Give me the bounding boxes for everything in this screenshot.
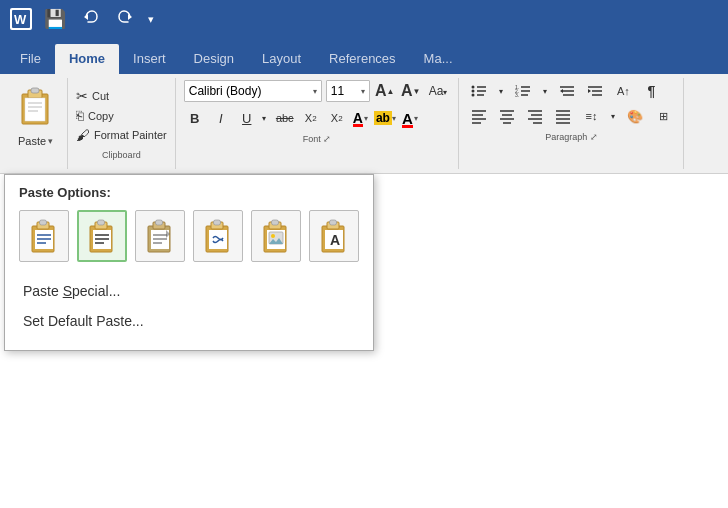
borders-button[interactable]: ⊞ — [651, 105, 675, 127]
justify-button[interactable] — [551, 105, 575, 127]
clipboard-section-label: Clipboard — [74, 150, 169, 160]
font-size-chevron: ▾ — [361, 87, 365, 96]
paste-menu: Paste Options: — [4, 174, 374, 351]
font-color-big-button[interactable]: A ▾ — [401, 109, 419, 128]
font-name-value: Calibri (Body) — [189, 84, 262, 98]
bold-button[interactable]: B — [184, 107, 206, 129]
format-painter-icon: 🖌 — [76, 127, 90, 143]
font-size-value: 11 — [331, 84, 344, 98]
font-format-row: B I U ▾ abc X2 X2 A ▾ ab ▾ A ▾ — [184, 107, 451, 129]
tab-layout[interactable]: Layout — [248, 45, 315, 74]
strikethrough-button[interactable]: abc — [274, 107, 296, 129]
highlight-dropdown[interactable]: ▾ — [392, 114, 396, 123]
tab-design[interactable]: Design — [180, 45, 248, 74]
svg-rect-63 — [156, 220, 163, 225]
sort-button[interactable]: A↑ — [611, 80, 635, 102]
paste-special-item[interactable]: Paste Special... — [19, 276, 359, 306]
undo-button[interactable] — [78, 6, 104, 33]
ribbon-section-clipboard: ✂ Cut ⎗ Copy 🖌 Format Painter Clipboard — [68, 78, 176, 169]
font-color-button[interactable]: A ▾ — [352, 109, 369, 127]
tab-references[interactable]: References — [315, 45, 409, 74]
font-name-select[interactable]: Calibri (Body) ▾ — [184, 80, 322, 102]
svg-point-11 — [472, 86, 475, 89]
indent-increase-button[interactable] — [583, 80, 607, 102]
redo-button[interactable] — [112, 6, 138, 33]
paste-options-row: A — [19, 210, 359, 262]
paste-button[interactable] — [13, 78, 59, 134]
quick-access-dropdown[interactable]: ▾ — [148, 13, 154, 26]
svg-point-78 — [271, 234, 275, 238]
paste-option-merge[interactable] — [135, 210, 185, 262]
font-shrink-button[interactable]: A▼ — [400, 80, 422, 102]
set-default-paste-item[interactable]: Set Default Paste... — [19, 306, 359, 336]
svg-rect-72 — [209, 230, 227, 249]
svg-rect-82 — [329, 220, 336, 225]
shading-button[interactable]: 🎨 — [623, 105, 647, 127]
cut-icon: ✂ — [76, 88, 88, 104]
align-center-button[interactable] — [495, 105, 519, 127]
set-default-paste-label: Set Default Paste... — [23, 313, 144, 329]
font-name-row: Calibri (Body) ▾ 11 ▾ A▲ A▼ Aa▾ — [184, 80, 451, 102]
paste-option-text-a[interactable]: A — [309, 210, 359, 262]
bullets-dropdown[interactable]: ▾ — [495, 80, 507, 102]
paste-special-label: Paste Special... — [23, 283, 120, 299]
italic-button[interactable]: I — [210, 107, 232, 129]
svg-text:3.: 3. — [515, 92, 519, 98]
paste-label-row[interactable]: Paste ▾ — [18, 134, 53, 147]
numbering-dropdown[interactable]: ▾ — [539, 80, 551, 102]
cut-button[interactable]: ✂ Cut — [74, 87, 169, 105]
show-formatting-button[interactable]: ¶ — [639, 80, 663, 102]
svg-marker-30 — [588, 89, 591, 93]
ribbon-section-font: Calibri (Body) ▾ 11 ▾ A▲ A▼ Aa▾ B I U ▾ … — [176, 78, 460, 169]
font-section-label: Font ⤢ — [184, 134, 451, 144]
ribbon-section-paragraph: ▾ 1. 2. 3. ▾ — [459, 78, 684, 169]
copy-label: Copy — [88, 110, 114, 122]
format-painter-button[interactable]: 🖌 Format Painter — [74, 126, 169, 144]
font-color-dropdown[interactable]: ▾ — [364, 114, 368, 123]
align-right-button[interactable] — [523, 105, 547, 127]
paste-option-link[interactable] — [193, 210, 243, 262]
paste-special-underline-s: S — [63, 283, 72, 299]
numbering-button[interactable]: 1. 2. 3. — [511, 80, 535, 102]
svg-rect-56 — [98, 220, 105, 225]
ribbon-tabs: File Home Insert Design Layout Reference… — [0, 38, 728, 74]
tab-insert[interactable]: Insert — [119, 45, 180, 74]
font-color-big-dropdown[interactable]: ▾ — [414, 114, 418, 123]
font-size-select[interactable]: 11 ▾ — [326, 80, 370, 102]
font-color-icon: A — [353, 110, 363, 126]
superscript-button[interactable]: X2 — [326, 107, 348, 129]
title-bar: W 💾 ▾ — [0, 0, 728, 38]
paste-option-picture[interactable] — [251, 210, 301, 262]
svg-rect-7 — [25, 98, 45, 121]
paste-option-keep-source[interactable] — [19, 210, 69, 262]
align-left-button[interactable] — [467, 105, 491, 127]
tab-home[interactable]: Home — [55, 44, 119, 74]
underline-group: U ▾ — [236, 107, 270, 129]
paste-option-keep-text[interactable] — [77, 210, 127, 262]
paste-dropdown-arrow: ▾ — [48, 136, 53, 146]
save-button[interactable]: 💾 — [40, 6, 70, 32]
subscript-button[interactable]: X2 — [300, 107, 322, 129]
tab-more[interactable]: Ma... — [410, 45, 467, 74]
tab-file[interactable]: File — [6, 45, 55, 74]
word-logo-icon: W — [10, 8, 32, 30]
change-case-button[interactable]: Aa▾ — [426, 82, 451, 100]
paragraph-section-label: Paragraph ⤢ — [467, 132, 675, 142]
svg-point-13 — [472, 90, 475, 93]
bullets-button[interactable] — [467, 80, 491, 102]
font-name-chevron: ▾ — [313, 87, 317, 96]
svg-rect-71 — [214, 220, 221, 225]
underline-button[interactable]: U — [236, 107, 258, 129]
font-grow-button[interactable]: A▲ — [374, 80, 396, 102]
copy-icon: ⎗ — [76, 108, 84, 123]
indent-decrease-button[interactable] — [555, 80, 579, 102]
ribbon-body: Paste ▾ ✂ Cut ⎗ Copy 🖌 Format Painter Cl… — [0, 74, 728, 174]
cut-label: Cut — [92, 90, 109, 102]
line-spacing-button[interactable]: ≡↕ — [579, 105, 603, 127]
para-list-row: ▾ 1. 2. 3. ▾ — [467, 80, 675, 102]
copy-button[interactable]: ⎗ Copy — [74, 107, 169, 124]
svg-point-15 — [472, 94, 475, 97]
underline-dropdown[interactable]: ▾ — [258, 107, 270, 129]
line-spacing-dropdown[interactable]: ▾ — [607, 105, 619, 127]
highlight-button[interactable]: ab ▾ — [373, 110, 397, 126]
